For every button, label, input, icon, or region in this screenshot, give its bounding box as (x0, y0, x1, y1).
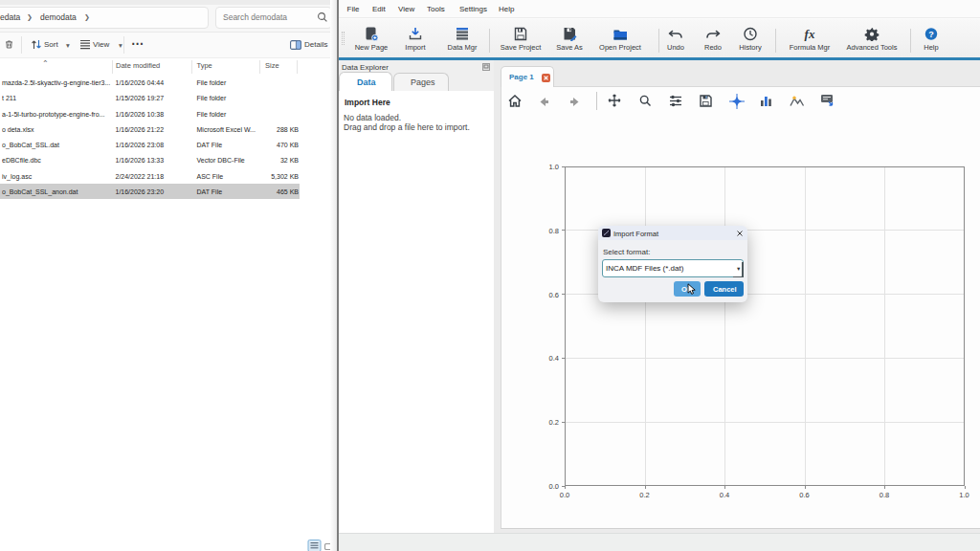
svg-text:fx: fx (805, 27, 815, 41)
svg-text:?: ? (928, 30, 934, 39)
